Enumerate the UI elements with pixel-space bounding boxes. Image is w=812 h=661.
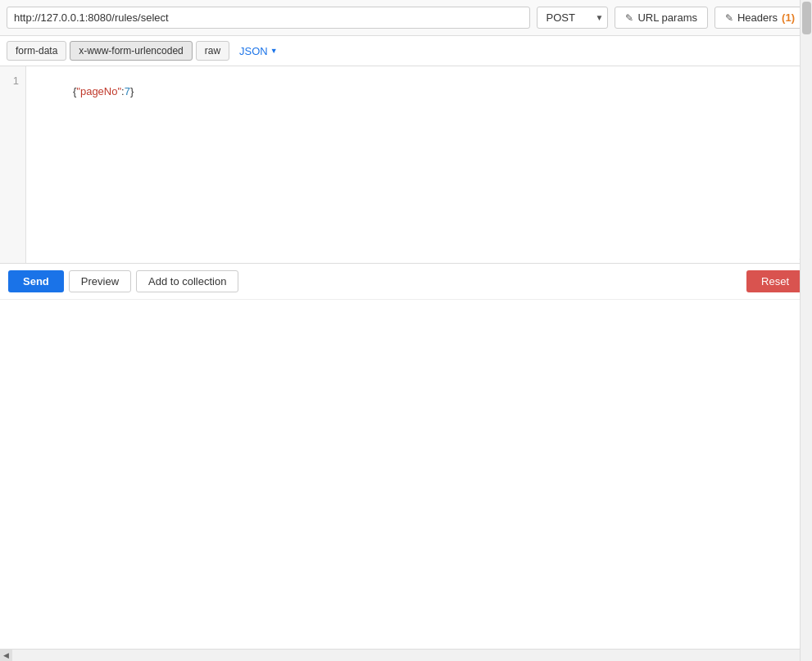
- method-wrapper: POST GET PUT DELETE PATCH ▼: [537, 7, 608, 29]
- line-number-1: 1: [0, 73, 25, 90]
- bottom-scrollbar-track[interactable]: [12, 650, 800, 661]
- code-key: "pageNo": [76, 85, 121, 97]
- action-bar: Send Preview Add to collection Reset: [0, 264, 812, 300]
- right-scrollbar[interactable]: [800, 0, 812, 661]
- close-brace: }: [130, 85, 134, 97]
- code-content-area[interactable]: {"pageNo":7}: [26, 66, 812, 263]
- edit-icon: ✎: [625, 12, 633, 24]
- url-params-label: URL params: [637, 11, 696, 24]
- method-select[interactable]: POST GET PUT DELETE PATCH: [537, 7, 608, 29]
- json-chevron-icon: ▼: [270, 47, 278, 55]
- headers-edit-icon: ✎: [725, 12, 733, 24]
- reset-button[interactable]: Reset: [746, 270, 804, 292]
- send-button[interactable]: Send: [8, 270, 64, 292]
- headers-button[interactable]: ✎ Headers (1): [714, 7, 805, 29]
- preview-button[interactable]: Preview: [69, 270, 131, 292]
- tab-form-data[interactable]: form-data: [7, 41, 66, 61]
- tab-raw[interactable]: raw: [196, 41, 229, 61]
- url-input[interactable]: [7, 7, 530, 29]
- line-numbers: 1: [0, 66, 26, 263]
- tab-urlencoded[interactable]: x-www-form-urlencoded: [70, 41, 192, 61]
- url-params-button[interactable]: ✎ URL params: [615, 7, 707, 29]
- scrollbar-thumb[interactable]: [802, 2, 811, 34]
- top-bar: POST GET PUT DELETE PATCH ▼ ✎ URL params…: [0, 0, 812, 36]
- add-to-collection-button[interactable]: Add to collection: [136, 270, 238, 292]
- headers-label: Headers: [737, 11, 778, 24]
- scroll-left-arrow-icon[interactable]: ◀: [0, 650, 12, 662]
- bottom-scrollbar[interactable]: ◀: [0, 649, 800, 661]
- json-label: JSON: [239, 45, 268, 57]
- body-tabs-bar: form-data x-www-form-urlencoded raw JSON…: [0, 36, 812, 66]
- code-editor: 1 {"pageNo":7} ⇲: [0, 66, 812, 264]
- tab-json[interactable]: JSON ▼: [233, 42, 284, 61]
- headers-count-badge: (1): [782, 11, 795, 24]
- code-value: 7: [125, 85, 130, 97]
